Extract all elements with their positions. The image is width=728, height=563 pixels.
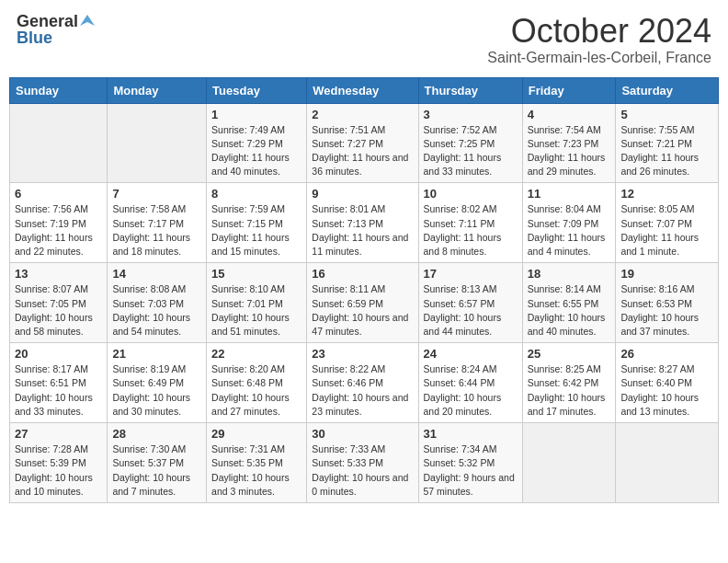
calendar-cell: 6Sunrise: 7:56 AM Sunset: 7:19 PM Daylig… xyxy=(10,183,108,263)
day-number: 23 xyxy=(312,347,413,361)
day-info: Sunrise: 8:04 AM Sunset: 7:09 PM Dayligh… xyxy=(528,202,611,259)
calendar-cell: 3Sunrise: 7:52 AM Sunset: 7:25 PM Daylig… xyxy=(418,103,522,183)
day-number: 9 xyxy=(312,187,413,201)
day-number: 27 xyxy=(15,427,102,441)
day-info: Sunrise: 8:02 AM Sunset: 7:11 PM Dayligh… xyxy=(424,202,518,259)
calendar-cell: 22Sunrise: 8:20 AM Sunset: 6:48 PM Dayli… xyxy=(207,343,307,423)
calendar-cell: 18Sunrise: 8:14 AM Sunset: 6:55 PM Dayli… xyxy=(522,263,616,343)
calendar-cell: 29Sunrise: 7:31 AM Sunset: 5:35 PM Dayli… xyxy=(207,423,307,503)
calendar-cell: 19Sunrise: 8:16 AM Sunset: 6:53 PM Dayli… xyxy=(616,263,719,343)
day-info: Sunrise: 8:11 AM Sunset: 6:59 PM Dayligh… xyxy=(312,282,413,339)
day-number: 12 xyxy=(620,187,713,201)
day-number: 26 xyxy=(620,347,713,361)
logo-general-text: General xyxy=(17,13,78,29)
calendar-cell: 15Sunrise: 8:10 AM Sunset: 7:01 PM Dayli… xyxy=(207,263,307,343)
day-number: 8 xyxy=(211,187,301,201)
logo-blue-text: Blue xyxy=(17,29,52,46)
day-number: 10 xyxy=(424,187,518,201)
calendar-cell xyxy=(522,423,616,503)
calendar-week-row: 20Sunrise: 8:17 AM Sunset: 6:51 PM Dayli… xyxy=(10,343,719,423)
calendar-cell: 2Sunrise: 7:51 AM Sunset: 7:27 PM Daylig… xyxy=(307,103,418,183)
svg-marker-0 xyxy=(80,15,95,26)
calendar-cell: 13Sunrise: 8:07 AM Sunset: 7:05 PM Dayli… xyxy=(10,263,108,343)
day-info: Sunrise: 7:52 AM Sunset: 7:25 PM Dayligh… xyxy=(424,123,518,179)
title-block: October 2024 Saint-Germain-les-Corbeil, … xyxy=(487,13,711,66)
day-info: Sunrise: 7:49 AM Sunset: 7:29 PM Dayligh… xyxy=(211,123,301,179)
calendar-cell: 26Sunrise: 8:27 AM Sunset: 6:40 PM Dayli… xyxy=(616,343,719,423)
day-info: Sunrise: 7:28 AM Sunset: 5:39 PM Dayligh… xyxy=(15,442,102,499)
day-info: Sunrise: 8:16 AM Sunset: 6:53 PM Dayligh… xyxy=(620,282,713,339)
calendar-cell: 24Sunrise: 8:24 AM Sunset: 6:44 PM Dayli… xyxy=(418,343,522,423)
calendar-cell: 9Sunrise: 8:01 AM Sunset: 7:13 PM Daylig… xyxy=(307,183,418,263)
calendar-cell xyxy=(108,103,207,183)
calendar-title: October 2024 xyxy=(487,13,711,50)
calendar-cell: 17Sunrise: 8:13 AM Sunset: 6:57 PM Dayli… xyxy=(418,263,522,343)
day-number: 28 xyxy=(112,427,201,441)
column-header-monday: Monday xyxy=(108,77,207,103)
column-header-tuesday: Tuesday xyxy=(207,77,307,103)
day-info: Sunrise: 7:56 AM Sunset: 7:19 PM Dayligh… xyxy=(15,202,102,259)
column-header-thursday: Thursday xyxy=(418,77,522,103)
calendar-cell: 4Sunrise: 7:54 AM Sunset: 7:23 PM Daylig… xyxy=(522,103,616,183)
day-number: 18 xyxy=(528,267,611,281)
day-info: Sunrise: 7:51 AM Sunset: 7:27 PM Dayligh… xyxy=(312,123,413,179)
day-number: 7 xyxy=(112,187,201,201)
column-header-saturday: Saturday xyxy=(616,77,719,103)
day-number: 13 xyxy=(15,267,102,281)
calendar-cell: 27Sunrise: 7:28 AM Sunset: 5:39 PM Dayli… xyxy=(10,423,108,503)
calendar-cell: 25Sunrise: 8:25 AM Sunset: 6:42 PM Dayli… xyxy=(522,343,616,423)
calendar-week-row: 27Sunrise: 7:28 AM Sunset: 5:39 PM Dayli… xyxy=(10,423,719,503)
day-number: 5 xyxy=(620,108,713,121)
day-number: 30 xyxy=(312,427,413,441)
calendar-week-row: 13Sunrise: 8:07 AM Sunset: 7:05 PM Dayli… xyxy=(10,263,719,343)
day-info: Sunrise: 8:14 AM Sunset: 6:55 PM Dayligh… xyxy=(528,282,611,339)
column-header-sunday: Sunday xyxy=(10,77,108,103)
day-info: Sunrise: 8:13 AM Sunset: 6:57 PM Dayligh… xyxy=(424,282,518,339)
day-info: Sunrise: 7:30 AM Sunset: 5:37 PM Dayligh… xyxy=(112,442,201,499)
calendar-cell: 1Sunrise: 7:49 AM Sunset: 7:29 PM Daylig… xyxy=(207,103,307,183)
calendar-cell: 20Sunrise: 8:17 AM Sunset: 6:51 PM Dayli… xyxy=(10,343,108,423)
calendar-cell: 12Sunrise: 8:05 AM Sunset: 7:07 PM Dayli… xyxy=(616,183,719,263)
day-info: Sunrise: 8:08 AM Sunset: 7:03 PM Dayligh… xyxy=(112,282,201,339)
day-info: Sunrise: 8:10 AM Sunset: 7:01 PM Dayligh… xyxy=(211,282,301,339)
day-number: 16 xyxy=(312,267,413,281)
calendar-cell: 14Sunrise: 8:08 AM Sunset: 7:03 PM Dayli… xyxy=(108,263,207,343)
day-number: 11 xyxy=(528,187,611,201)
day-number: 4 xyxy=(528,108,611,121)
calendar-cell xyxy=(10,103,108,183)
day-number: 29 xyxy=(211,427,301,441)
day-number: 15 xyxy=(211,267,301,281)
day-number: 2 xyxy=(312,108,413,121)
calendar-table: SundayMondayTuesdayWednesdayThursdayFrid… xyxy=(9,77,719,503)
day-number: 22 xyxy=(211,347,301,361)
calendar-cell: 7Sunrise: 7:58 AM Sunset: 7:17 PM Daylig… xyxy=(108,183,207,263)
column-header-friday: Friday xyxy=(522,77,616,103)
calendar-header-row: SundayMondayTuesdayWednesdayThursdayFrid… xyxy=(10,77,719,103)
calendar-cell: 5Sunrise: 7:55 AM Sunset: 7:21 PM Daylig… xyxy=(616,103,719,183)
calendar-location: Saint-Germain-les-Corbeil, France xyxy=(487,50,711,66)
day-info: Sunrise: 7:59 AM Sunset: 7:15 PM Dayligh… xyxy=(211,202,301,259)
day-number: 14 xyxy=(112,267,201,281)
page-header: General Blue October 2024 Saint-Germain-… xyxy=(9,9,719,70)
calendar-cell: 8Sunrise: 7:59 AM Sunset: 7:15 PM Daylig… xyxy=(207,183,307,263)
calendar-cell: 11Sunrise: 8:04 AM Sunset: 7:09 PM Dayli… xyxy=(522,183,616,263)
calendar-cell: 30Sunrise: 7:33 AM Sunset: 5:33 PM Dayli… xyxy=(307,423,418,503)
day-info: Sunrise: 8:05 AM Sunset: 7:07 PM Dayligh… xyxy=(620,202,713,259)
day-number: 6 xyxy=(15,187,102,201)
day-info: Sunrise: 7:55 AM Sunset: 7:21 PM Dayligh… xyxy=(620,123,713,179)
calendar-cell xyxy=(616,423,719,503)
day-info: Sunrise: 8:24 AM Sunset: 6:44 PM Dayligh… xyxy=(424,362,518,419)
calendar-cell: 28Sunrise: 7:30 AM Sunset: 5:37 PM Dayli… xyxy=(108,423,207,503)
day-info: Sunrise: 8:07 AM Sunset: 7:05 PM Dayligh… xyxy=(15,282,102,339)
logo: General Blue xyxy=(17,13,95,46)
calendar-cell: 21Sunrise: 8:19 AM Sunset: 6:49 PM Dayli… xyxy=(108,343,207,423)
day-number: 17 xyxy=(424,267,518,281)
day-number: 24 xyxy=(424,347,518,361)
day-info: Sunrise: 8:25 AM Sunset: 6:42 PM Dayligh… xyxy=(528,362,611,419)
day-info: Sunrise: 7:33 AM Sunset: 5:33 PM Dayligh… xyxy=(312,442,413,499)
calendar-cell: 10Sunrise: 8:02 AM Sunset: 7:11 PM Dayli… xyxy=(418,183,522,263)
day-info: Sunrise: 8:20 AM Sunset: 6:48 PM Dayligh… xyxy=(211,362,301,419)
day-info: Sunrise: 8:17 AM Sunset: 6:51 PM Dayligh… xyxy=(15,362,102,419)
calendar-week-row: 1Sunrise: 7:49 AM Sunset: 7:29 PM Daylig… xyxy=(10,103,719,183)
logo-bird-icon xyxy=(80,13,95,28)
